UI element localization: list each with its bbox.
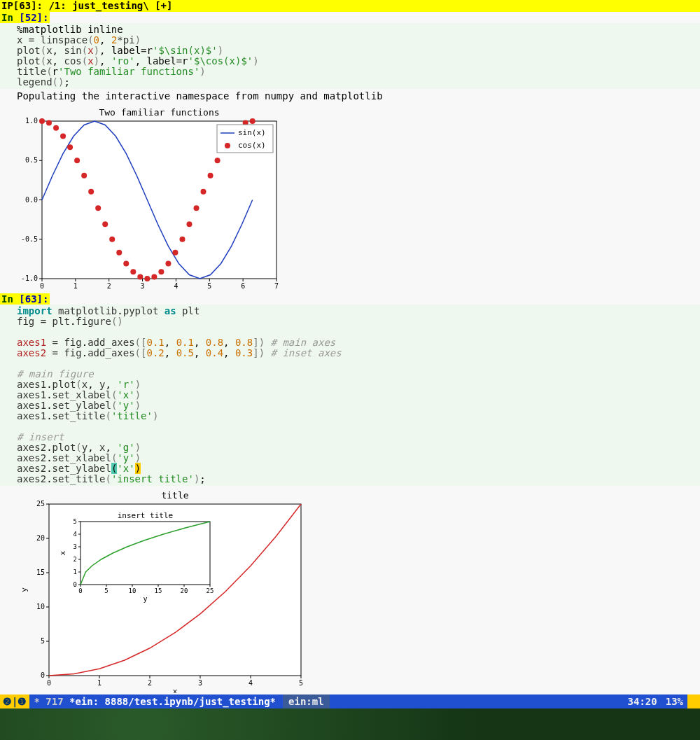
window-title: IP[63]: /1: just_testing\ [+] — [0, 0, 700, 12]
svg-point-29 — [46, 120, 52, 125]
svg-text:4: 4 — [248, 679, 253, 687]
svg-text:0: 0 — [40, 282, 44, 289]
notebook-cell-52: In [52]: %matplotlib inline x = linspace… — [0, 12, 700, 293]
svg-text:10: 10 — [36, 603, 45, 610]
svg-text:0: 0 — [47, 679, 51, 687]
svg-point-51 — [201, 189, 206, 195]
chart-output-2: title0123450510152025xyinsert title05101… — [0, 486, 700, 697]
svg-text:3: 3 — [141, 282, 145, 289]
svg-text:insert title: insert title — [118, 511, 173, 520]
svg-text:0.0: 0.0 — [25, 196, 38, 204]
svg-text:25: 25 — [206, 587, 214, 594]
svg-point-48 — [179, 237, 185, 242]
svg-text:5: 5 — [74, 518, 77, 525]
svg-point-49 — [186, 221, 192, 227]
notebook-cell-63: In [63]: import matplotlib.pyplot as plt… — [0, 293, 700, 697]
modeline-end-flag — [687, 694, 700, 708]
svg-text:1.0: 1.0 — [25, 117, 38, 125]
svg-point-42 — [137, 274, 143, 280]
svg-text:0: 0 — [41, 671, 45, 679]
svg-text:7: 7 — [274, 282, 279, 289]
svg-point-62 — [225, 143, 230, 148]
svg-point-37 — [102, 221, 108, 227]
svg-text:x: x — [59, 551, 66, 555]
svg-text:5: 5 — [207, 282, 211, 289]
input-prompt: In [63]: — [0, 293, 50, 305]
svg-text:0: 0 — [74, 581, 77, 588]
svg-point-32 — [67, 144, 73, 150]
two-familiar-functions-chart: Two familiar functions01234567-1.0-0.50.… — [14, 107, 280, 289]
svg-text:20: 20 — [36, 534, 45, 542]
svg-point-43 — [144, 276, 150, 281]
input-prompt: In [52]: — [0, 12, 50, 23]
svg-text:0.5: 0.5 — [25, 156, 38, 164]
svg-point-34 — [81, 173, 87, 179]
svg-text:3: 3 — [74, 543, 77, 550]
svg-text:2: 2 — [107, 282, 111, 289]
major-mode: ein:ml — [283, 694, 330, 708]
inset-axes-chart: title0123450510152025xyinsert title05101… — [14, 490, 315, 693]
svg-point-30 — [53, 125, 59, 131]
svg-text:1: 1 — [74, 282, 78, 289]
svg-text:sin(x): sin(x) — [238, 128, 266, 137]
svg-text:2: 2 — [148, 679, 152, 687]
svg-text:Two familiar functions: Two familiar functions — [99, 107, 219, 118]
svg-point-53 — [215, 158, 220, 163]
svg-text:0: 0 — [78, 587, 82, 594]
modeline-modified: * 717 *ein: 8888/test.ipynb/just_testing… — [29, 696, 280, 707]
svg-point-44 — [151, 274, 157, 280]
svg-point-35 — [88, 189, 94, 195]
svg-text:6: 6 — [241, 282, 245, 289]
svg-text:cos(x): cos(x) — [238, 141, 266, 150]
svg-text:x: x — [173, 687, 178, 693]
svg-rect-92 — [80, 522, 210, 585]
scroll-percent: 13% — [662, 696, 687, 707]
svg-text:25: 25 — [36, 500, 45, 508]
svg-text:y: y — [20, 587, 29, 592]
svg-text:title: title — [161, 490, 188, 501]
svg-text:-0.5: -0.5 — [21, 235, 38, 243]
svg-text:15: 15 — [155, 587, 162, 594]
svg-text:-1.0: -1.0 — [21, 274, 38, 282]
svg-point-40 — [123, 261, 129, 267]
desktop-background — [0, 708, 700, 740]
svg-point-33 — [74, 158, 80, 163]
mode-line: ❷|❶ * 717 *ein: 8888/test.ipynb/just_tes… — [0, 694, 700, 708]
svg-point-50 — [194, 205, 200, 211]
svg-point-45 — [158, 269, 164, 274]
editor-frame: IP[63]: /1: just_testing\ [+] In [52]: %… — [0, 0, 700, 708]
svg-text:5: 5 — [41, 637, 45, 645]
svg-point-58 — [250, 118, 255, 124]
svg-text:3: 3 — [198, 679, 202, 687]
svg-point-38 — [109, 237, 115, 242]
svg-point-52 — [208, 173, 214, 179]
svg-text:20: 20 — [181, 587, 188, 594]
code-area-52[interactable]: %matplotlib inline x = linspace(0, 2*pi)… — [0, 23, 700, 89]
svg-text:y: y — [143, 595, 147, 603]
svg-text:5: 5 — [104, 587, 108, 594]
buffer-name: *ein: 8888/test.ipynb/just_testing* — [69, 696, 276, 707]
svg-point-46 — [165, 261, 171, 267]
svg-text:4: 4 — [174, 282, 178, 289]
svg-point-31 — [60, 133, 66, 139]
svg-point-47 — [172, 250, 178, 256]
modeline-flags: ❷|❶ — [0, 694, 29, 708]
code-area-63[interactable]: import matplotlib.pyplot as plt fig = pl… — [0, 305, 700, 486]
svg-text:5: 5 — [299, 679, 303, 687]
svg-text:1: 1 — [74, 568, 77, 575]
svg-text:1: 1 — [97, 679, 102, 687]
svg-text:15: 15 — [36, 568, 45, 576]
svg-point-39 — [116, 250, 122, 256]
svg-text:2: 2 — [74, 556, 77, 563]
svg-text:10: 10 — [129, 587, 136, 594]
chart-output-1: Two familiar functions01234567-1.0-0.50.… — [0, 103, 700, 293]
svg-point-36 — [95, 205, 101, 211]
svg-point-28 — [39, 118, 45, 124]
cursor-position: 34:20 — [624, 696, 662, 707]
svg-text:4: 4 — [74, 531, 77, 538]
svg-point-41 — [130, 269, 136, 274]
stdout-output: Populating the interactive namespace fro… — [0, 89, 700, 103]
